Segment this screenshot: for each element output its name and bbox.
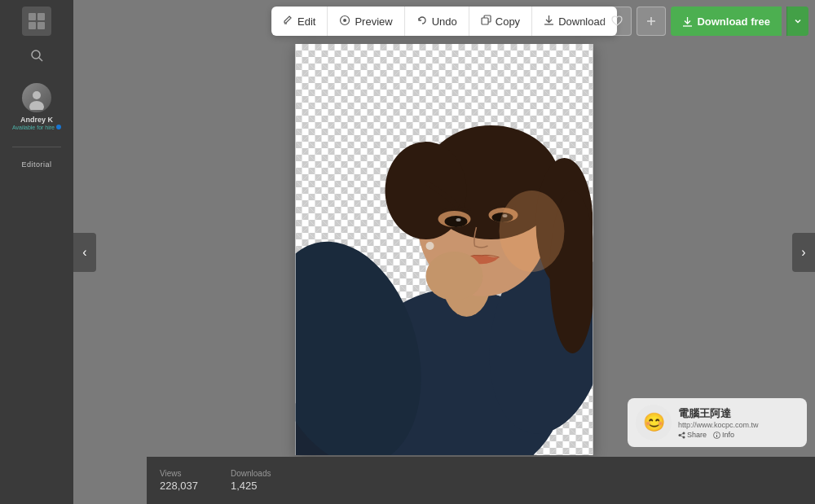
views-stat: Views 228,037 xyxy=(160,469,198,492)
svg-point-4 xyxy=(32,50,40,59)
svg-point-7 xyxy=(29,101,44,110)
views-label: Views xyxy=(160,469,198,478)
preview-icon xyxy=(339,15,350,28)
watermark-logo: 😊 xyxy=(636,405,672,440)
watermark-icons: Share Info xyxy=(678,431,759,439)
svg-point-37 xyxy=(500,191,565,272)
download-free-button[interactable]: Download free xyxy=(671,7,782,36)
sidebar-editorial-label: Editorial xyxy=(21,160,51,169)
downloads-stat: Downloads 1,425 xyxy=(231,469,271,492)
edit-button[interactable]: Edit xyxy=(271,7,328,36)
top-toolbar: Edit Preview Undo xyxy=(271,7,617,36)
status-dot xyxy=(56,125,61,129)
bottom-bar: Views 228,037 Downloads 1,425 xyxy=(147,457,815,504)
download-dropdown-button[interactable] xyxy=(786,7,808,36)
watermark-text: 電腦王阿達 http://www.kocpc.com.tw Share xyxy=(678,406,759,439)
favorite-button[interactable] xyxy=(602,7,632,36)
download-free-label: Download free xyxy=(697,15,770,28)
downloads-value: 1,425 xyxy=(231,480,271,492)
downloads-label: Downloads xyxy=(231,469,271,478)
image-canvas xyxy=(296,44,593,455)
add-button[interactable] xyxy=(637,7,666,36)
portrait-svg xyxy=(296,44,593,455)
svg-point-33 xyxy=(456,218,461,221)
download-icon xyxy=(544,15,554,28)
sidebar-logo xyxy=(22,7,51,36)
svg-point-36 xyxy=(426,252,483,300)
svg-marker-8 xyxy=(284,16,291,23)
sidebar-user: Andrey K Available for hire xyxy=(12,83,61,130)
watermark-title: 電腦王阿達 xyxy=(678,406,759,421)
undo-button[interactable]: Undo xyxy=(405,7,469,36)
undo-icon xyxy=(416,15,428,28)
views-value: 228,037 xyxy=(160,480,198,492)
svg-rect-0 xyxy=(29,13,36,20)
svg-rect-2 xyxy=(29,22,36,29)
svg-point-6 xyxy=(33,91,41,99)
right-toolbar: Download free xyxy=(602,7,808,36)
svg-point-46 xyxy=(716,433,717,434)
search-icon[interactable] xyxy=(25,44,48,67)
preview-button[interactable]: Preview xyxy=(328,7,404,36)
watermark: 😊 電腦王阿達 http://www.kocpc.com.tw Share xyxy=(628,398,807,447)
copy-label: Copy xyxy=(496,15,520,28)
watermark-info[interactable]: Info xyxy=(713,431,734,439)
preview-label: Preview xyxy=(355,15,392,28)
svg-point-31 xyxy=(445,216,468,227)
svg-point-35 xyxy=(426,242,434,250)
watermark-url: http://www.kocpc.com.tw xyxy=(678,421,759,429)
edit-icon xyxy=(283,15,293,28)
user-name: Andrey K xyxy=(20,116,53,125)
download-label: Download xyxy=(558,15,606,28)
nav-arrow-right[interactable]: › xyxy=(792,233,815,272)
nav-arrow-left[interactable]: ‹ xyxy=(73,233,96,272)
left-sidebar: Andrey K Available for hire Editorial xyxy=(0,0,73,504)
svg-line-5 xyxy=(39,58,42,61)
sidebar-divider xyxy=(12,147,61,147)
edit-label: Edit xyxy=(297,15,315,28)
svg-point-11 xyxy=(343,19,346,22)
undo-label: Undo xyxy=(432,15,457,28)
avatar xyxy=(22,83,51,112)
svg-rect-12 xyxy=(482,18,488,24)
svg-rect-3 xyxy=(37,22,45,29)
copy-icon xyxy=(481,15,491,28)
copy-button[interactable]: Copy xyxy=(469,7,532,36)
watermark-share[interactable]: Share xyxy=(678,431,707,439)
svg-rect-1 xyxy=(37,13,45,20)
user-status: Available for hire xyxy=(12,125,61,130)
